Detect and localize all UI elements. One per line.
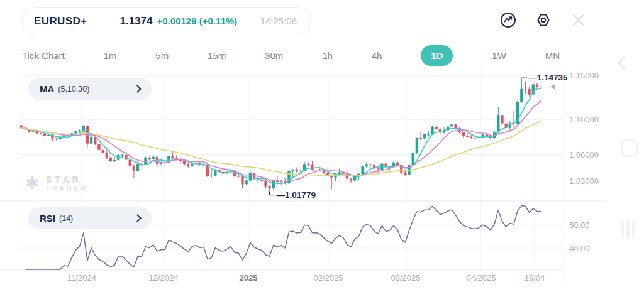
broker-watermark: ✱ STAR TRADER	[25, 175, 87, 192]
watermark-line1: STAR	[46, 175, 88, 185]
rsi-indicator-button[interactable]: RSI (14)	[28, 207, 152, 229]
svg-text:1.06000: 1.06000	[569, 150, 599, 159]
tab-5m[interactable]: 5m	[155, 50, 169, 61]
svg-text:1.15000: 1.15000	[569, 71, 599, 80]
tab-1h[interactable]: 1h	[322, 50, 333, 61]
rsi-label: RSI	[40, 213, 55, 224]
server-time: 14:25:06	[260, 16, 297, 26]
volume-bars-icon[interactable]	[621, 220, 635, 239]
chevron-right-icon	[133, 85, 142, 93]
svg-text:—1.01779: —1.01779	[277, 190, 316, 200]
indicator-settings-icon[interactable]	[535, 11, 552, 29]
tab-4h[interactable]: 4h	[372, 50, 382, 61]
svg-text:60.00: 60.00	[569, 220, 590, 230]
svg-text:03/2025: 03/2025	[391, 273, 421, 283]
tab-15m[interactable]: 15m	[208, 50, 226, 61]
ma-label: MA	[40, 84, 54, 94]
trend-line-icon[interactable]	[499, 11, 517, 29]
symbol-name: EURUSD+	[34, 15, 87, 28]
tab-1d-active[interactable]: 1D	[421, 45, 453, 66]
watermark-line2: TRADER	[46, 185, 88, 192]
tab-1w[interactable]: 1W	[492, 50, 506, 61]
svg-text:04/2025: 04/2025	[467, 273, 496, 283]
chevron-right-icon	[133, 214, 142, 222]
svg-text:40.00: 40.00	[569, 244, 590, 253]
svg-text:1.10000: 1.10000	[569, 115, 599, 124]
svg-text:11/2024: 11/2024	[67, 273, 96, 283]
tab-tick-chart[interactable]: Tick Chart	[22, 50, 65, 61]
tab-30m[interactable]: 30m	[265, 50, 283, 61]
tab-1m[interactable]: 1m	[104, 50, 117, 61]
price-change: +0.00129 (+0.11%)	[157, 16, 238, 26]
svg-text:2025: 2025	[240, 273, 258, 283]
svg-text:19/04: 19/04	[525, 273, 545, 283]
svg-text:—1.14735: —1.14735	[528, 73, 568, 82]
star-logo-icon: ✱	[25, 175, 40, 192]
svg-text:02/2025: 02/2025	[314, 273, 343, 283]
rsi-params: (14)	[59, 214, 73, 223]
close-icon[interactable]	[570, 11, 587, 29]
svg-text:1.03000: 1.03000	[569, 176, 599, 186]
last-price: 1.1374	[120, 15, 153, 28]
svg-text:12/2024: 12/2024	[149, 273, 179, 283]
timeframe-tabs: Tick Chart 1m 5m 15m 30m 1h 4h 1D 1W MN	[22, 43, 560, 68]
tab-mn[interactable]: MN	[545, 50, 560, 61]
symbol-header-pill[interactable]: EURUSD+ 1.1374 +0.00129 (+0.11%) 14:25:0…	[22, 7, 311, 35]
shapes-tool-icon[interactable]	[621, 139, 638, 157]
ma-params: (5,10,30)	[58, 85, 89, 94]
ma-indicator-button[interactable]: MA (5,10,30)	[28, 78, 152, 100]
